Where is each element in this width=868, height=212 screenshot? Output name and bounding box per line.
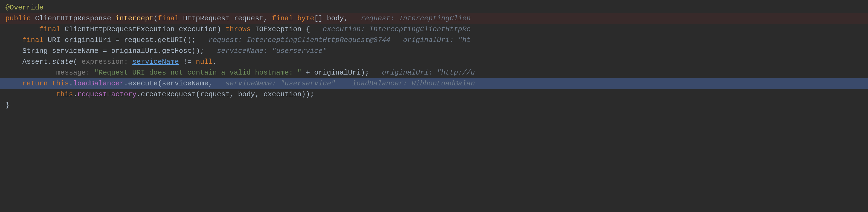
method-intercept: intercept <box>116 13 153 24</box>
code-line[interactable]: @Override <box>0 2 868 13</box>
type-httprequest: HttpRequest <box>183 13 229 24</box>
code-line[interactable]: message: "Request URI does not contain a… <box>0 67 868 78</box>
link-servicename[interactable]: serviceName <box>132 57 179 67</box>
dot: . <box>69 78 73 89</box>
class-assert: Assert <box>22 57 48 67</box>
comma: , <box>209 78 213 89</box>
debug-hint-originaluri-msg: originalUri: "http://u <box>382 67 475 78</box>
keyword-this: this <box>56 89 73 100</box>
type-execution: ClientHttpRequestExecution <box>64 24 175 35</box>
brace-open: { <box>306 24 310 35</box>
parens-empty: () <box>183 35 191 46</box>
dot: . <box>124 78 128 89</box>
semicolon: ; <box>365 67 369 78</box>
paren-close: ) <box>217 24 221 35</box>
op-notequal: != <box>183 57 191 67</box>
equals: = <box>103 46 107 56</box>
code-line[interactable]: final URI originalUri = request . getURI… <box>0 35 868 46</box>
type-response: ClientHttpResponse <box>35 13 111 24</box>
code-line[interactable]: Assert . state ( expression: serviceName… <box>0 56 868 67</box>
var-originaluri: originalUri <box>64 35 111 46</box>
equals: = <box>116 35 120 46</box>
type-byte: byte <box>298 13 314 24</box>
keyword-final: final <box>158 13 179 24</box>
field-requestfactory: requestFactory <box>77 89 136 100</box>
type-ioexception: IOException <box>255 24 302 35</box>
paren-open: ( <box>73 57 78 67</box>
keyword-final: final <box>22 35 43 46</box>
arg-request: request <box>200 89 229 100</box>
keyword-final: final <box>272 13 293 24</box>
debug-hint-servicename: serviceName: "userservice" <box>217 46 327 56</box>
method-state: state <box>52 57 73 67</box>
paren-close: ) <box>361 67 365 78</box>
brace-close: } <box>5 100 10 111</box>
comma: , <box>213 57 217 67</box>
code-line[interactable]: String serviceName = originalUri . getHo… <box>0 46 868 56</box>
keyword-this: this <box>52 78 69 89</box>
var-servicename: serviceName <box>52 46 99 56</box>
keyword-throws: throws <box>225 24 251 35</box>
comma: , <box>344 13 348 24</box>
comma: , <box>255 89 259 100</box>
ref-request: request <box>124 35 153 46</box>
type-string: String <box>22 46 48 56</box>
paren-open: ( <box>158 78 162 89</box>
comma: , <box>229 89 234 100</box>
param-body: body <box>327 13 344 24</box>
debug-hint-originaluri: originalUri: "ht <box>403 35 471 46</box>
parens-empty: () <box>192 46 200 56</box>
debug-hint-request: request: InterceptingClien <box>361 13 471 24</box>
code-line[interactable]: } <box>0 100 868 111</box>
call-gethost: getHost <box>162 46 191 56</box>
parens-close-double: )) <box>302 89 310 100</box>
dot: . <box>73 89 78 100</box>
keyword-public: public <box>5 13 31 24</box>
type-uri: URI <box>48 35 60 46</box>
op-plus: + <box>306 67 310 78</box>
keyword-final: final <box>39 24 60 35</box>
debug-hint-servicename-exec: serviceName: "userservice" <box>225 78 335 89</box>
code-line[interactable]: final ClientHttpRequestExecution executi… <box>0 24 868 35</box>
brackets: [] <box>314 13 322 24</box>
ref-originaluri: originalUri <box>111 46 158 56</box>
debug-hint-execution: execution: InterceptingClientHttpRe <box>322 24 471 35</box>
dot: . <box>158 46 162 56</box>
param-request: request <box>234 13 264 24</box>
code-line[interactable]: public ClientHttpResponse intercept ( fi… <box>0 13 868 24</box>
code-line[interactable]: this . requestFactory . createRequest ( … <box>0 89 868 100</box>
semicolon: ; <box>192 35 196 46</box>
param-label-expression: expression: <box>82 57 128 67</box>
string-literal: "Request URI does not contain a valid ho… <box>94 67 302 78</box>
keyword-null: null <box>196 57 213 67</box>
ref-originaluri: originalUri <box>314 67 361 78</box>
paren-open: ( <box>196 89 200 100</box>
dot: . <box>153 35 158 46</box>
method-createrequest: createRequest <box>141 89 196 100</box>
param-label-message: message: <box>56 67 90 78</box>
call-geturi: getURI <box>158 35 183 46</box>
semicolon: ; <box>310 89 314 100</box>
arg-execution: execution <box>264 89 302 100</box>
dot: . <box>136 89 141 100</box>
dot: . <box>48 57 52 67</box>
paren-open: ( <box>153 13 158 24</box>
comma: , <box>264 13 268 24</box>
method-execute: execute <box>128 78 158 89</box>
arg-servicename: serviceName <box>162 78 209 89</box>
debug-hint-loadbalancer: loadBalancer: RibbonLoadBalan <box>352 78 475 89</box>
debug-hint-request-uri: request: InterceptingClientHttpRequest@8… <box>209 35 390 46</box>
arg-body: body <box>238 89 255 100</box>
keyword-return: return <box>22 78 48 89</box>
semicolon: ; <box>200 46 205 56</box>
code-line-current[interactable]: return this . loadBalancer . execute ( s… <box>0 78 868 89</box>
field-loadbalancer: loadBalancer <box>73 78 124 89</box>
param-execution: execution <box>179 24 217 35</box>
annotation-override: @Override <box>5 2 43 13</box>
